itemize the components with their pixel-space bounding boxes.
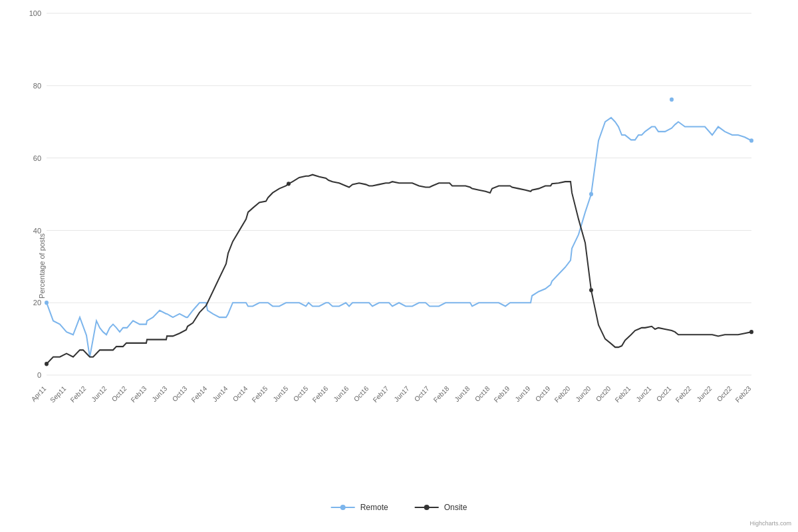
svg-text:Feb20: Feb20: [553, 384, 572, 404]
svg-text:Feb19: Feb19: [493, 384, 511, 404]
svg-text:Feb15: Feb15: [251, 384, 269, 404]
highcharts-credit: Highcharts.com: [749, 520, 791, 527]
svg-text:Oct22: Oct22: [716, 384, 733, 403]
svg-point-50: [670, 98, 674, 102]
remote-line: [47, 118, 751, 357]
legend-onsite-label: Onsite: [444, 503, 467, 512]
svg-text:Oct17: Oct17: [413, 384, 431, 403]
svg-point-48: [45, 301, 49, 305]
svg-text:Oct14: Oct14: [231, 384, 249, 403]
svg-text:Jun17: Jun17: [393, 384, 411, 403]
svg-text:0: 0: [37, 371, 41, 379]
svg-point-49: [589, 192, 593, 196]
legend-remote: Remote: [331, 503, 388, 512]
svg-text:Jun22: Jun22: [696, 384, 714, 403]
chart-legend: Remote Onsite: [331, 503, 467, 512]
svg-text:Feb12: Feb12: [69, 384, 88, 404]
svg-text:Oct13: Oct13: [171, 384, 189, 403]
svg-point-51: [749, 138, 753, 142]
svg-text:Oct12: Oct12: [110, 384, 128, 403]
svg-point-55: [749, 330, 753, 334]
svg-text:Jun13: Jun13: [151, 384, 169, 403]
svg-point-53: [287, 182, 291, 186]
svg-text:Oct15: Oct15: [292, 384, 310, 403]
chart-area: 100 80 60 40 20 0 Apr11 Sep11 Feb12 Jun1…: [47, 13, 785, 466]
svg-text:100: 100: [29, 9, 41, 17]
svg-text:Apr11: Apr11: [30, 384, 48, 403]
svg-text:Jun15: Jun15: [272, 384, 290, 403]
svg-text:Oct18: Oct18: [473, 384, 491, 403]
svg-text:Oct19: Oct19: [534, 384, 552, 403]
svg-point-54: [589, 288, 593, 292]
svg-text:Feb16: Feb16: [311, 384, 330, 404]
svg-text:60: 60: [33, 154, 41, 162]
onsite-line: [47, 175, 751, 364]
svg-text:20: 20: [33, 299, 41, 307]
legend-remote-label: Remote: [360, 503, 388, 512]
svg-text:Feb17: Feb17: [372, 384, 390, 404]
svg-text:Jun12: Jun12: [90, 384, 108, 403]
svg-text:Feb13: Feb13: [130, 384, 148, 404]
svg-text:Jun19: Jun19: [514, 384, 532, 403]
svg-text:Feb21: Feb21: [614, 384, 632, 404]
chart-container: Percentage of posts 100 80 60 40 20 0: [0, 0, 798, 532]
svg-text:80: 80: [33, 82, 41, 90]
svg-text:Feb23: Feb23: [734, 384, 753, 404]
svg-text:40: 40: [33, 226, 41, 234]
svg-text:Feb22: Feb22: [674, 384, 693, 404]
svg-text:Jun14: Jun14: [211, 384, 229, 403]
svg-text:Jun16: Jun16: [332, 384, 350, 403]
svg-text:Jun21: Jun21: [635, 384, 653, 403]
svg-text:Feb14: Feb14: [190, 384, 209, 404]
chart-svg: 100 80 60 40 20 0 Apr11 Sep11 Feb12 Jun1…: [47, 13, 785, 466]
svg-text:Oct21: Oct21: [655, 384, 673, 403]
svg-text:Sep11: Sep11: [49, 384, 67, 404]
svg-text:Feb18: Feb18: [432, 384, 451, 404]
y-axis-label: Percentage of posts: [38, 233, 46, 299]
svg-text:Jun20: Jun20: [575, 384, 593, 403]
svg-point-52: [45, 362, 49, 366]
legend-onsite: Onsite: [415, 503, 467, 512]
svg-text:Oct16: Oct16: [352, 384, 370, 403]
svg-text:Jun18: Jun18: [454, 384, 471, 403]
svg-text:Oct20: Oct20: [595, 384, 612, 403]
